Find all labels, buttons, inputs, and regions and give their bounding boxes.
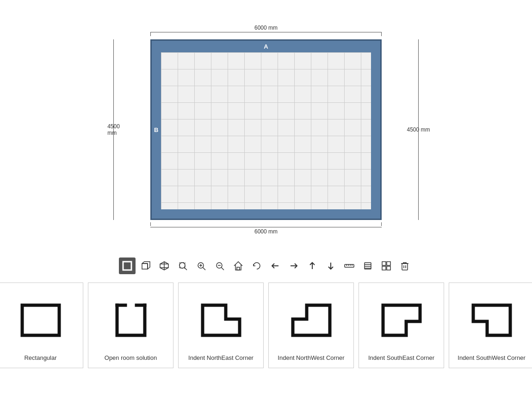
shape-label-open-room: Open room solution [105,354,157,362]
arrow-right-button[interactable] [285,258,302,274]
arrow-up-button[interactable] [304,258,321,274]
dim-right-label: 4500 mm [407,126,430,133]
shape-card-indent-se[interactable]: Indent SouthEast Corner [359,283,444,368]
ruler-button[interactable] [341,258,358,274]
zoom-region-button[interactable] [174,258,191,274]
svg-rect-36 [402,264,408,270]
label-a: A [264,43,268,50]
shape-card-indent-sw[interactable]: Indent SouthWest Corner [449,283,532,368]
layer-button[interactable] [359,258,376,274]
svg-marker-42 [203,305,240,335]
select-2d-button[interactable] [119,258,136,274]
arrow-left-button[interactable] [267,258,284,274]
main-area: 6000 mm 4500 mm [0,0,532,373]
svg-marker-43 [293,305,330,335]
shape-label-rectangular: Rectangular [24,354,56,362]
svg-rect-33 [387,262,390,265]
diagram-container: 6000 mm 4500 mm [104,16,428,243]
svg-rect-39 [22,305,59,335]
svg-rect-23 [345,264,354,267]
room-diagram[interactable]: A B [150,39,382,220]
svg-marker-44 [383,305,420,335]
svg-marker-45 [473,305,510,335]
shape-card-indent-nw[interactable]: Indent NorthWest Corner [268,283,354,368]
arrow-down-button[interactable] [322,258,339,274]
shape-icon-indent-se [378,290,425,351]
svg-line-12 [203,268,206,270]
dim-bottom-label: 6000 mm [254,228,278,235]
shape-icon-indent-ne [198,290,244,351]
shape-icon-open-room [108,290,154,351]
zoom-out-button[interactable] [211,258,228,274]
grid-button[interactable] [378,258,395,274]
shape-card-indent-ne[interactable]: Indent NorthEast Corner [178,283,264,368]
dim-top-label: 6000 mm [254,25,278,31]
shape-icon-indent-nw [288,290,334,351]
dim-right: 4500 mm [418,39,419,220]
shape-card-open-room[interactable]: Open room solution [88,283,173,368]
label-b: B [154,126,158,133]
shape-card-rectangular[interactable]: Rectangular [0,283,83,368]
svg-point-8 [179,263,185,268]
shape-icon-indent-sw [469,290,515,351]
svg-rect-1 [142,264,148,269]
dim-left: 4500 mm [113,39,114,220]
svg-rect-35 [387,266,390,270]
dim-left-label: 4500 mm [107,123,120,136]
room-grid-area [161,52,371,209]
svg-rect-34 [382,266,386,270]
dim-top: 6000 mm [150,25,382,36]
view-3d-box-button[interactable] [137,258,154,274]
svg-rect-32 [382,262,386,265]
shape-label-indent-ne: Indent NorthEast Corner [188,354,254,362]
view-3d-iso-button[interactable] [156,258,173,274]
shape-label-indent-nw: Indent NorthWest Corner [278,354,344,362]
shapes-row: Rectangular Open room solution [0,278,532,373]
zoom-in-button[interactable] [193,258,210,274]
shape-label-indent-sw: Indent SouthWest Corner [458,354,525,362]
svg-line-16 [222,268,224,270]
home-button[interactable] [230,258,247,274]
rotate-button[interactable] [248,258,265,274]
shape-label-indent-se: Indent SouthEast Corner [368,354,434,362]
dim-bottom: 6000 mm [150,222,382,235]
delete-button[interactable] [396,258,413,274]
svg-rect-18 [237,267,240,270]
svg-rect-0 [123,262,131,270]
room-grid [161,52,371,209]
diagram-section: 6000 mm 4500 mm [0,9,532,250]
shape-icon-rectangular [18,290,64,351]
toolbar [113,254,419,278]
